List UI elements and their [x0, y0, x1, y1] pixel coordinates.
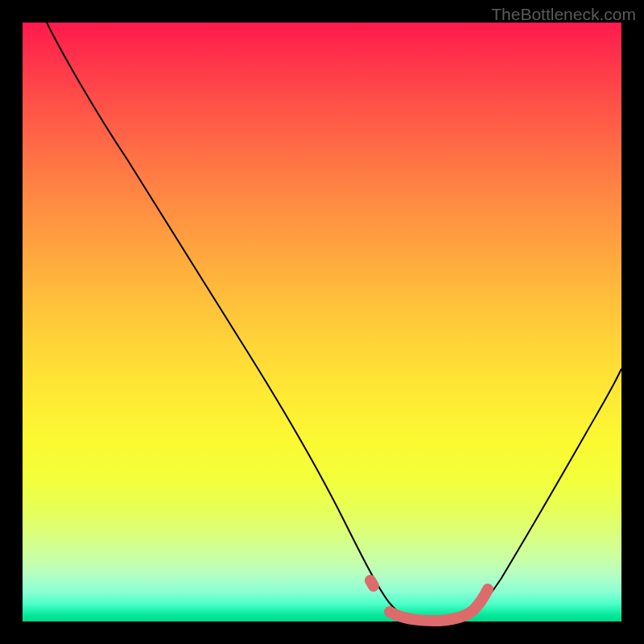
plot-area [23, 23, 621, 621]
highlight-left-dot [370, 580, 374, 586]
chart-svg [23, 23, 621, 621]
chart-container: TheBottleneck.com [0, 0, 644, 644]
highlight-band-path [390, 589, 488, 621]
watermark-text: TheBottleneck.com [491, 5, 636, 24]
bottleneck-curve-path [47, 23, 621, 621]
